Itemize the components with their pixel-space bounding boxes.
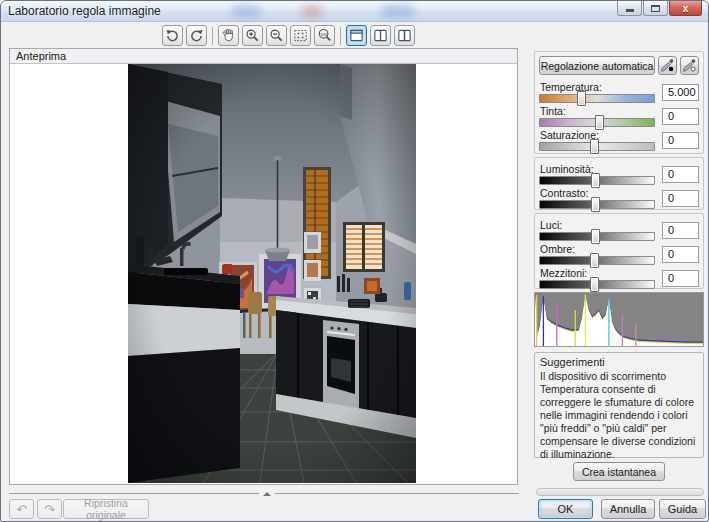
slider-thumb[interactable]: [591, 229, 600, 244]
histogram-panel: [534, 292, 704, 347]
slider-thumb[interactable]: [577, 91, 586, 106]
rotate-cw-icon: [189, 28, 204, 43]
level-sliders: Luci:Ombre:Mezzitoni:: [539, 218, 699, 290]
color-sliders: Temperatura:Tinta:Saturazione:: [539, 80, 699, 152]
slider-row: Ombre:: [539, 242, 699, 266]
reset-original-button[interactable]: Ripristina originale: [63, 499, 149, 519]
slider-row: Mezzitoni:: [539, 266, 699, 290]
histogram-chart: [535, 293, 703, 346]
slider-thumb[interactable]: [591, 197, 600, 212]
ok-button[interactable]: OK: [538, 499, 593, 519]
slider-value-input[interactable]: [662, 246, 699, 263]
slider-track[interactable]: [539, 176, 655, 185]
preview-image[interactable]: [128, 64, 416, 483]
redo-icon: ↷: [44, 503, 55, 516]
kitchen-render: [128, 64, 416, 483]
slider-track[interactable]: [539, 232, 655, 241]
preview-split-button[interactable]: [394, 25, 415, 46]
preview-splitter[interactable]: [9, 490, 519, 497]
maximize-button[interactable]: [643, 1, 668, 16]
slider-row: Temperatura:: [539, 80, 699, 104]
zoom-in-button[interactable]: [242, 25, 263, 46]
titlebar-reflection: [231, 5, 261, 17]
highlights-shadows-group: Luci:Ombre:Mezzitoni:: [534, 213, 704, 289]
zoom-100-button[interactable]: 100: [314, 25, 335, 46]
slider-value-input[interactable]: [662, 270, 699, 287]
zoom-out-icon: [269, 28, 284, 43]
zoom-out-button[interactable]: [266, 25, 287, 46]
close-button[interactable]: x: [669, 1, 702, 16]
toolbar-separator: [212, 27, 213, 45]
slider-value-input[interactable]: [662, 166, 699, 183]
minimize-icon: [626, 9, 634, 12]
tips-body: Il dispositivo di scorrimento Temperatur…: [540, 370, 698, 461]
slider-track[interactable]: [539, 256, 655, 265]
slider-row: Luci:: [539, 218, 699, 242]
slider-value-input[interactable]: [662, 132, 699, 149]
preview-pane: Anteprima: [9, 48, 518, 485]
split-pane-icon: [373, 28, 388, 43]
rotate-ccw-button[interactable]: [162, 25, 183, 46]
close-icon: x: [683, 3, 689, 14]
slider-row: Luminosità:: [539, 162, 699, 186]
window-controls: x: [616, 1, 702, 16]
create-snapshot-button[interactable]: Crea istantanea: [573, 462, 665, 481]
triangle-up-icon: [263, 492, 271, 496]
pan-button[interactable]: [218, 25, 239, 46]
slider-label: Temperatura:: [540, 81, 659, 93]
undo-button[interactable]: ↶: [9, 499, 34, 519]
slider-thumb[interactable]: [591, 173, 600, 188]
pan-hand-icon: [221, 28, 236, 43]
cancel-button[interactable]: Annulla: [601, 499, 655, 519]
white-balance-group: Regolazione automatica Temperatura:Tinta…: [534, 51, 704, 154]
slider-label: Saturazione:: [540, 129, 659, 141]
title-bar[interactable]: Laboratorio regola immagine x: [1, 1, 708, 22]
slider-value-input[interactable]: [662, 222, 699, 239]
toolbar-separator: [340, 27, 341, 45]
svg-text:100: 100: [320, 32, 328, 37]
maximize-icon: [651, 5, 660, 12]
rotate-cw-button[interactable]: [186, 25, 207, 46]
tone-sliders: Luminosità:Contrasto:: [539, 162, 699, 210]
slider-row: Contrasto:: [539, 186, 699, 210]
slider-thumb[interactable]: [590, 139, 599, 154]
auto-adjust-button[interactable]: Regolazione automatica: [539, 56, 655, 75]
brightness-contrast-group: Luminosità:Contrasto:: [534, 157, 704, 210]
zoom-to-fit-icon: [293, 28, 308, 43]
zoom-in-icon: [245, 28, 260, 43]
slider-value-input[interactable]: [662, 108, 699, 125]
slider-row: Saturazione:: [539, 128, 699, 152]
eyedropper-white-icon: [682, 58, 697, 73]
tips-title: Suggerimenti: [540, 356, 698, 368]
slider-value-input[interactable]: [662, 190, 699, 207]
slider-value-input[interactable]: [662, 84, 699, 101]
slider-track[interactable]: [539, 118, 655, 127]
minimize-button[interactable]: [617, 1, 642, 16]
undo-icon: ↶: [16, 503, 27, 516]
preview-before-after-button[interactable]: [370, 25, 391, 46]
white-point-eyedropper-button[interactable]: [680, 56, 699, 75]
preview-toolbar: 100: [162, 25, 418, 46]
panel-scrollbar[interactable]: [536, 488, 704, 496]
rotate-ccw-icon: [165, 28, 180, 43]
slider-track[interactable]: [539, 94, 655, 103]
tips-panel: Suggerimenti Il dispositivo di scorrimen…: [534, 352, 704, 458]
single-pane-icon: [349, 28, 364, 43]
zoom-100-icon: 100: [317, 28, 332, 43]
slider-track[interactable]: [539, 280, 655, 289]
preview-full-button[interactable]: [346, 25, 367, 46]
slider-thumb[interactable]: [595, 115, 604, 130]
zoom-to-fit-button[interactable]: [290, 25, 311, 46]
slider-label: Mezzitoni:: [540, 267, 659, 279]
image-adjust-lab-dialog: Laboratorio regola immagine x 100: [0, 0, 709, 522]
slider-label: Ombre:: [540, 243, 659, 255]
slider-thumb[interactable]: [590, 253, 599, 268]
auto-adjust-row: Regolazione automatica: [539, 56, 699, 75]
redo-button[interactable]: ↷: [37, 499, 62, 519]
slider-track[interactable]: [539, 142, 655, 151]
slider-track[interactable]: [539, 200, 655, 209]
black-point-eyedropper-button[interactable]: [658, 56, 677, 75]
help-button[interactable]: Guida: [659, 499, 706, 519]
collapse-arrow[interactable]: [259, 490, 275, 497]
slider-thumb[interactable]: [590, 277, 599, 292]
